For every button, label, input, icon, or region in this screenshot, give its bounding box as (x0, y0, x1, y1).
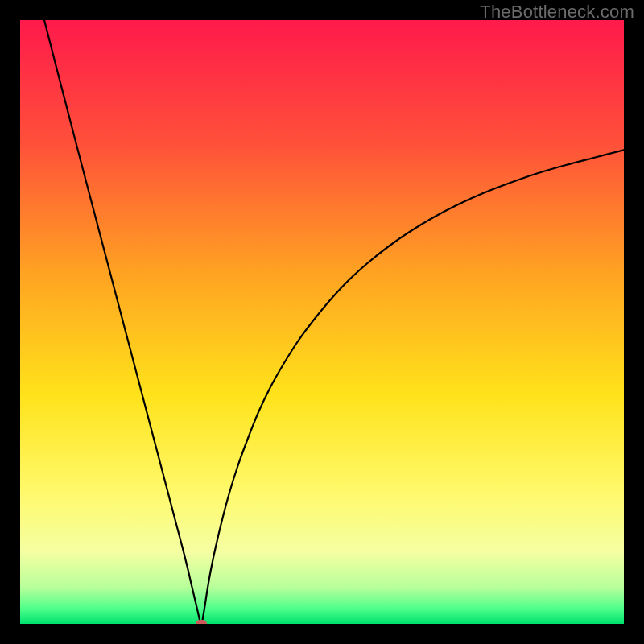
plot-area (20, 20, 624, 624)
bottleneck-curve (44, 20, 624, 624)
optimal-point-marker (196, 620, 207, 624)
curve-layer (20, 20, 624, 624)
chart-frame: TheBottleneck.com (0, 0, 644, 644)
watermark-text: TheBottleneck.com (480, 2, 634, 23)
